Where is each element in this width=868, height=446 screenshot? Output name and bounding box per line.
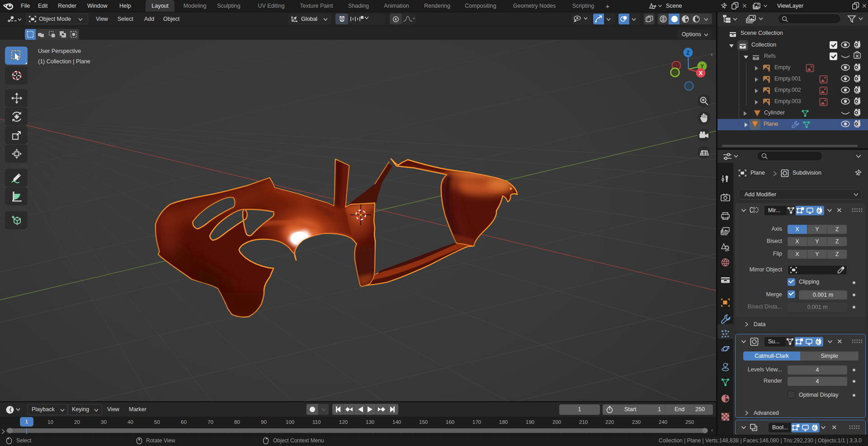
svg-text:X: X (699, 70, 703, 76)
svg-text:Z: Z (686, 50, 689, 56)
